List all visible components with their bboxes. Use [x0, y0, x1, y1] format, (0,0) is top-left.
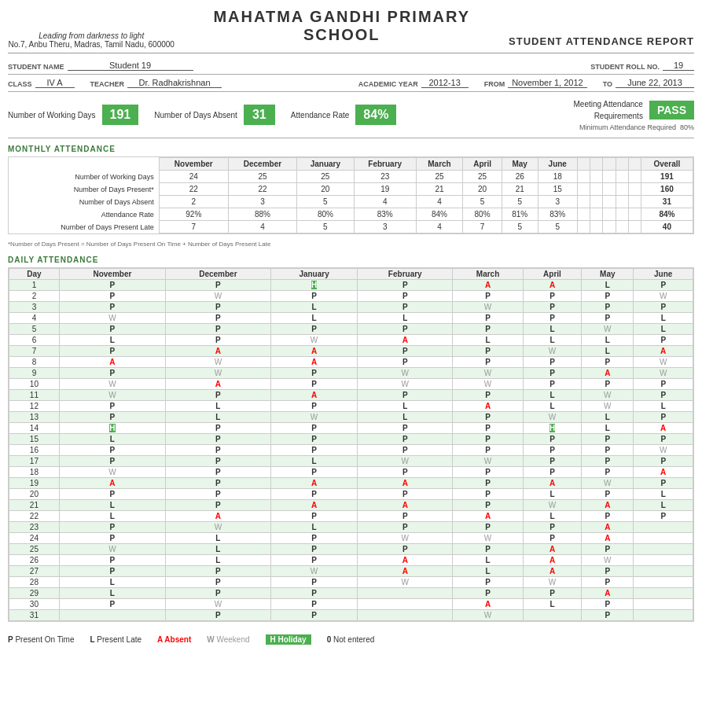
daily-cell-dec: P	[165, 280, 270, 291]
present-cell: P	[402, 523, 408, 531]
daily-cell-jun: P	[634, 478, 693, 489]
daily-cell-may: A	[582, 500, 634, 511]
daily-cell-mar: L	[453, 335, 524, 346]
daily-cell-jan: A	[270, 346, 358, 357]
present-cell: P	[660, 336, 666, 344]
daily-day: 14	[9, 423, 60, 434]
present-cell: P	[311, 490, 317, 498]
daily-cell-jun: L	[634, 489, 693, 500]
daily-day: 29	[9, 588, 60, 599]
daily-cell-dec: P	[165, 566, 270, 577]
days-absent-label: Number of Days Absent	[154, 111, 237, 119]
weekend-cell: W	[484, 534, 491, 542]
daily-cell-apr: L	[523, 390, 581, 401]
daily-cell-mar: L	[453, 555, 524, 566]
weekend-cell: W	[604, 325, 611, 333]
late-cell: L	[110, 336, 115, 344]
present-cell: P	[549, 314, 555, 322]
present-cell: P	[110, 347, 116, 355]
monthly-cell	[578, 196, 590, 208]
daily-cell-apr: L	[523, 511, 581, 522]
daily-header-row: Day November December January February M…	[9, 269, 693, 280]
present-cell: P	[485, 501, 491, 509]
student-name-label: STUDENT NAME	[8, 63, 64, 71]
school-tagline: Leading from darkness to light	[8, 31, 175, 40]
monthly-row: Number of Days Absent2354455331	[9, 196, 693, 208]
daily-cell-jan: P	[270, 610, 358, 621]
legend: P Present On Time L Present Late A Absen…	[8, 628, 694, 651]
present-cell: P	[549, 435, 555, 443]
daily-day: 26	[9, 555, 60, 566]
daily-cell-may: L	[582, 280, 634, 291]
daily-cell-mar: A	[453, 280, 524, 291]
daily-cell-feb: A	[358, 335, 453, 346]
daily-cell-mar: P	[453, 390, 524, 401]
daily-table: Day November December January February M…	[9, 268, 693, 621]
daily-cell-dec: L	[165, 555, 270, 566]
monthly-row: Number of Days Present*22222019212021151…	[9, 183, 693, 196]
daily-cell-mar: L	[453, 566, 524, 577]
present-cell: P	[485, 347, 491, 355]
monthly-cell: 24	[159, 171, 228, 183]
monthly-cell	[578, 183, 590, 196]
daily-day: 19	[9, 478, 60, 489]
late-cell: L	[549, 325, 554, 333]
daily-cell-feb: A	[358, 500, 453, 511]
late-cell: L	[549, 336, 554, 344]
daily-cell-feb: P	[358, 467, 453, 478]
daily-day: 1	[9, 280, 60, 291]
daily-cell-nov: P	[59, 302, 165, 313]
daily-cell-jun: P	[634, 302, 693, 313]
late-cell: L	[661, 314, 666, 322]
daily-cell-jun: W	[634, 357, 693, 368]
col-blank1	[578, 158, 590, 171]
daily-cell-nov: P	[59, 522, 165, 533]
absent-cell: A	[311, 391, 317, 399]
school-name: MAHATMA GANDHI PRIMARY SCHOOL	[175, 8, 509, 44]
daily-cell-mar: P	[453, 313, 524, 324]
daily-cell-nov: H	[59, 423, 165, 434]
monthly-footnote: *Number of Days Present = Number of Days…	[8, 241, 694, 248]
present-cell: P	[605, 600, 610, 609]
daily-cell-may: P	[582, 566, 634, 577]
present-cell: P	[110, 369, 116, 377]
daily-row: 8AWAPPPPW	[9, 357, 693, 368]
daily-cell-mar: P	[453, 522, 524, 533]
daily-cell-feb: P	[358, 357, 453, 368]
present-cell: P	[311, 534, 317, 542]
daily-cell-nov: P	[59, 456, 165, 467]
daily-cell-jan: P	[270, 588, 358, 599]
legend-o-text: 0 Not entered	[327, 635, 375, 644]
col-january: January	[297, 158, 355, 171]
daily-cell-jun	[634, 533, 693, 544]
daily-cell-mar: A	[453, 511, 524, 522]
absent-cell: A	[311, 358, 317, 366]
daily-day: 13	[9, 412, 60, 423]
daily-cell-apr: P	[523, 313, 581, 324]
daily-cell-jan: L	[270, 456, 358, 467]
report-title: STUDENT ATTENDANCE REPORT	[509, 35, 694, 47]
present-cell: P	[311, 468, 317, 476]
daily-cell-mar: P	[453, 434, 524, 445]
daily-cell-mar: P	[453, 467, 524, 478]
daily-cell-may: L	[582, 423, 634, 434]
student-info-row1: STUDENT NAME Student 19 STUDENT ROLL NO.…	[8, 57, 694, 75]
daily-cell-apr: A	[523, 478, 581, 489]
monthly-cell: 15	[538, 183, 578, 196]
weekend-cell: W	[311, 567, 318, 575]
monthly-cell: 23	[354, 171, 416, 183]
absent-cell: A	[549, 567, 555, 575]
weekend-cell: W	[484, 380, 491, 388]
present-cell: P	[402, 490, 408, 498]
weekend-cell: W	[311, 413, 318, 421]
pass-value: PASS	[649, 101, 694, 119]
col-april: April	[463, 158, 502, 171]
daily-cell-apr: P	[523, 588, 581, 599]
weekend-cell: W	[604, 556, 611, 564]
daily-cell-nov: W	[59, 390, 165, 401]
daily-cell-feb: A	[358, 478, 453, 489]
monthly-cell: 3	[354, 221, 416, 233]
daily-cell-may: L	[582, 335, 634, 346]
daily-cell-apr: P	[523, 434, 581, 445]
daily-day: 8	[9, 357, 60, 368]
